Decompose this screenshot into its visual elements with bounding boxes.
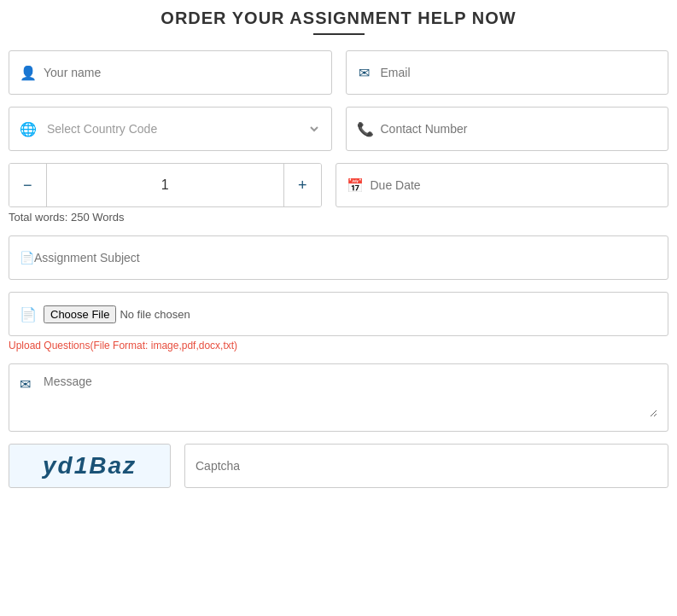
message-textarea[interactable] (44, 375, 657, 417)
subject-field-container: 📄 (9, 235, 668, 280)
file-input[interactable] (44, 305, 254, 323)
upload-row: 📄 (9, 292, 668, 336)
phone-icon: 📞 (357, 121, 372, 137)
row-country-contact: 🌐 Select Country Code +1 USA +44 UK +91 … (9, 107, 668, 151)
row-counter-date: − 1 + 📅 (9, 163, 668, 207)
increment-button[interactable]: + (284, 164, 321, 206)
row-assignment-subject: 📄 (9, 235, 668, 280)
title-underline (313, 33, 365, 35)
row-name-email: 👤 ✉ (9, 50, 668, 95)
email-icon: ✉ (357, 65, 372, 81)
decrement-button[interactable]: − (9, 164, 46, 206)
title-area: ORDER YOUR ASSIGNMENT HELP NOW (9, 9, 668, 35)
plus-icon: + (298, 177, 307, 195)
captcha-row: yd1Baz (9, 444, 668, 488)
message-row: ✉ (9, 363, 668, 432)
page-container: ORDER YOUR ASSIGNMENT HELP NOW 👤 ✉ 🌐 Sel… (0, 0, 677, 505)
country-code-select[interactable]: Select Country Code +1 USA +44 UK +91 In… (44, 121, 321, 137)
counter-field-container: − 1 + (9, 163, 322, 207)
message-icon: ✉ (20, 376, 35, 392)
country-field-container: 🌐 Select Country Code +1 USA +44 UK +91 … (9, 107, 332, 151)
subject-input[interactable] (34, 251, 657, 264)
page-title: ORDER YOUR ASSIGNMENT HELP NOW (9, 9, 668, 28)
captcha-input[interactable] (196, 459, 657, 473)
calendar-icon: 📅 (347, 177, 362, 194)
email-input[interactable] (381, 66, 658, 79)
due-date-field-container: 📅 (336, 163, 669, 207)
total-words-label: Total words: 250 Words (9, 211, 668, 224)
due-date-input[interactable] (371, 178, 658, 192)
minus-icon: − (23, 177, 32, 195)
name-input[interactable] (44, 66, 321, 79)
contact-field-container: 📞 (346, 107, 669, 151)
contact-input[interactable] (381, 122, 658, 136)
email-field-container: ✉ (346, 50, 669, 95)
globe-icon: 🌐 (20, 121, 35, 137)
captcha-text: yd1Baz (43, 452, 137, 479)
captcha-field-container (184, 444, 668, 488)
captcha-image: yd1Baz (9, 444, 171, 488)
upload-hint: Upload Questions(File Format: image,pdf,… (9, 340, 668, 352)
name-field-container: 👤 (9, 50, 332, 95)
file-icon: 📄 (20, 306, 35, 323)
subject-icon: 📄 (20, 251, 34, 264)
user-icon: 👤 (20, 65, 35, 81)
counter-value: 1 (46, 164, 284, 206)
